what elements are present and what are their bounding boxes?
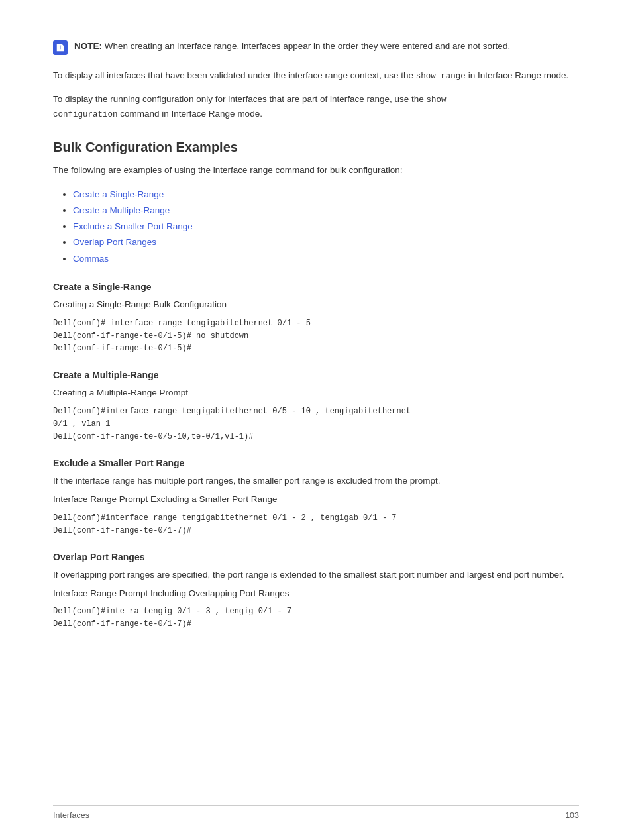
bullet-link[interactable]: Exclude a Smaller Port Range [73, 221, 193, 231]
subsection-exclude-range: Exclude a Smaller Port RangeIf the inter… [53, 458, 579, 537]
subsections-container: Create a Single-RangeCreating a Single-R… [53, 282, 579, 631]
bullet-list: Create a Single-RangeCreate a Multiple-R… [53, 187, 579, 267]
subsection-caption: Creating a Single-Range Bulk Configurati… [53, 297, 579, 312]
bullet-link[interactable]: Create a Single-Range [73, 189, 164, 199]
subsection-caption: Interface Range Prompt Excluding a Small… [53, 492, 579, 507]
subsection-multiple-range: Create a Multiple-RangeCreating a Multip… [53, 370, 579, 443]
subsection-title: Create a Multiple-Range [53, 370, 579, 380]
subsection-overlap-ranges: Overlap Port RangesIf overlapping port r… [53, 552, 579, 631]
para2-after: command in Interface Range mode. [118, 109, 262, 119]
bullet-item: Overlap Port Ranges [73, 235, 579, 250]
note-text: NOTE: When creating an interface range, … [74, 40, 510, 53]
bullet-item: Create a Multiple-Range [73, 203, 579, 219]
subsection-code: Dell(conf)#interface range tengigabiteth… [53, 405, 579, 444]
footer-left: Interfaces [53, 811, 89, 820]
subsection-para: If overlapping port ranges are specified… [53, 568, 579, 582]
para2-code1: show [427, 95, 447, 105]
subsection-title: Create a Single-Range [53, 282, 579, 292]
bullet-item: Create a Single-Range [73, 187, 579, 203]
para1-code1: show range [416, 72, 466, 81]
subsection-title: Overlap Port Ranges [53, 552, 579, 562]
bullet-link[interactable]: Create a Multiple-Range [73, 205, 170, 215]
para1-before: To display all interfaces that have been… [53, 70, 416, 80]
note-box: NOTE: When creating an interface range, … [53, 40, 579, 55]
subsection-code: Dell(conf)# interface range tengigabitet… [53, 317, 579, 356]
section-title: Bulk Configuration Examples [53, 140, 579, 155]
para2-code2: configuration [53, 110, 118, 119]
subsection-caption: Interface Range Prompt Including Overlap… [53, 586, 579, 601]
subsection-code: Dell(conf)#interface range tengigabiteth… [53, 512, 579, 537]
footer-right: 103 [565, 811, 579, 820]
note-icon [53, 40, 68, 55]
subsection-caption: Creating a Multiple-Range Prompt [53, 386, 579, 400]
subsection-para: If the interface range has multiple port… [53, 474, 579, 488]
subsection-title: Exclude a Smaller Port Range [53, 458, 579, 468]
section-intro: The following are examples of using the … [53, 163, 579, 178]
bullet-item: Exclude a Smaller Port Range [73, 219, 579, 235]
note-label: NOTE: [74, 41, 102, 51]
bullet-item: Commas [73, 251, 579, 267]
bullet-link[interactable]: Overlap Port Ranges [73, 237, 156, 247]
bullet-link[interactable]: Commas [73, 254, 109, 264]
para-show-range: To display all interfaces that have been… [53, 68, 579, 83]
para2-before: To display the running configuration onl… [53, 94, 427, 104]
para-show-config: To display the running configuration onl… [53, 92, 579, 121]
subsection-code: Dell(conf)#inte ra tengig 0/1 - 3 , teng… [53, 605, 579, 631]
note-body: When creating an interface range, interf… [105, 41, 510, 51]
page-footer: Interfaces 103 [53, 805, 579, 820]
para1-after: in Interface Range mode. [466, 70, 568, 80]
subsection-single-range: Create a Single-RangeCreating a Single-R… [53, 282, 579, 355]
